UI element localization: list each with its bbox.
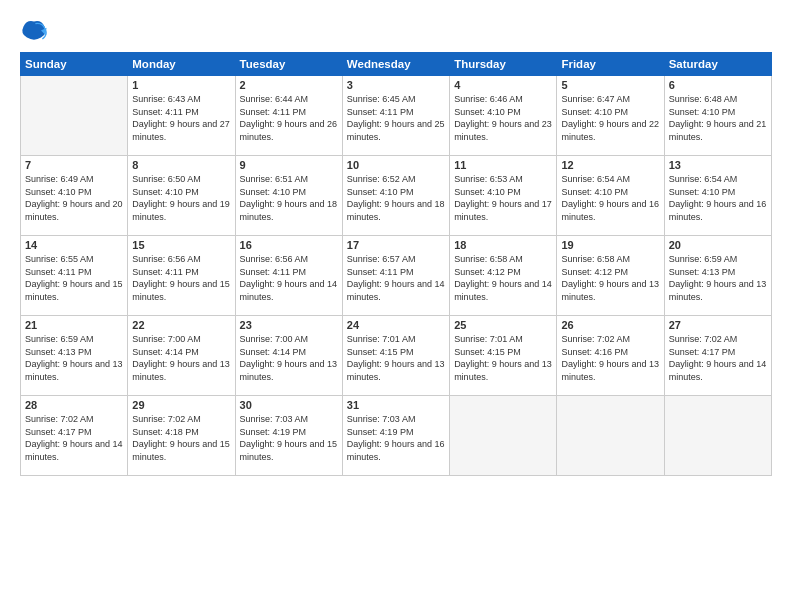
calendar-cell: 23Sunrise: 7:00 AMSunset: 4:14 PMDayligh… bbox=[235, 316, 342, 396]
day-info: Sunrise: 6:44 AMSunset: 4:11 PMDaylight:… bbox=[240, 93, 338, 143]
calendar-week-row: 7Sunrise: 6:49 AMSunset: 4:10 PMDaylight… bbox=[21, 156, 772, 236]
day-info: Sunrise: 6:54 AMSunset: 4:10 PMDaylight:… bbox=[669, 173, 767, 223]
day-info: Sunrise: 6:59 AMSunset: 4:13 PMDaylight:… bbox=[669, 253, 767, 303]
day-number: 16 bbox=[240, 239, 338, 251]
calendar-cell: 1Sunrise: 6:43 AMSunset: 4:11 PMDaylight… bbox=[128, 76, 235, 156]
calendar-cell: 12Sunrise: 6:54 AMSunset: 4:10 PMDayligh… bbox=[557, 156, 664, 236]
day-info: Sunrise: 6:45 AMSunset: 4:11 PMDaylight:… bbox=[347, 93, 445, 143]
day-number: 31 bbox=[347, 399, 445, 411]
calendar-cell: 15Sunrise: 6:56 AMSunset: 4:11 PMDayligh… bbox=[128, 236, 235, 316]
calendar-cell: 26Sunrise: 7:02 AMSunset: 4:16 PMDayligh… bbox=[557, 316, 664, 396]
calendar-cell: 5Sunrise: 6:47 AMSunset: 4:10 PMDaylight… bbox=[557, 76, 664, 156]
calendar-cell: 24Sunrise: 7:01 AMSunset: 4:15 PMDayligh… bbox=[342, 316, 449, 396]
day-info: Sunrise: 7:02 AMSunset: 4:18 PMDaylight:… bbox=[132, 413, 230, 463]
day-info: Sunrise: 6:57 AMSunset: 4:11 PMDaylight:… bbox=[347, 253, 445, 303]
day-number: 22 bbox=[132, 319, 230, 331]
day-info: Sunrise: 6:54 AMSunset: 4:10 PMDaylight:… bbox=[561, 173, 659, 223]
day-number: 13 bbox=[669, 159, 767, 171]
calendar-cell: 30Sunrise: 7:03 AMSunset: 4:19 PMDayligh… bbox=[235, 396, 342, 476]
calendar-cell: 21Sunrise: 6:59 AMSunset: 4:13 PMDayligh… bbox=[21, 316, 128, 396]
day-number: 19 bbox=[561, 239, 659, 251]
calendar-cell: 17Sunrise: 6:57 AMSunset: 4:11 PMDayligh… bbox=[342, 236, 449, 316]
calendar-table: SundayMondayTuesdayWednesdayThursdayFrid… bbox=[20, 52, 772, 476]
header bbox=[20, 18, 772, 46]
calendar-cell bbox=[21, 76, 128, 156]
calendar-header-wednesday: Wednesday bbox=[342, 53, 449, 76]
calendar-cell: 11Sunrise: 6:53 AMSunset: 4:10 PMDayligh… bbox=[450, 156, 557, 236]
day-info: Sunrise: 7:03 AMSunset: 4:19 PMDaylight:… bbox=[240, 413, 338, 463]
calendar-header-thursday: Thursday bbox=[450, 53, 557, 76]
calendar-cell: 27Sunrise: 7:02 AMSunset: 4:17 PMDayligh… bbox=[664, 316, 771, 396]
calendar-cell: 9Sunrise: 6:51 AMSunset: 4:10 PMDaylight… bbox=[235, 156, 342, 236]
day-info: Sunrise: 6:47 AMSunset: 4:10 PMDaylight:… bbox=[561, 93, 659, 143]
calendar-header-monday: Monday bbox=[128, 53, 235, 76]
day-info: Sunrise: 6:43 AMSunset: 4:11 PMDaylight:… bbox=[132, 93, 230, 143]
day-info: Sunrise: 7:02 AMSunset: 4:17 PMDaylight:… bbox=[669, 333, 767, 383]
day-info: Sunrise: 7:02 AMSunset: 4:17 PMDaylight:… bbox=[25, 413, 123, 463]
day-info: Sunrise: 7:01 AMSunset: 4:15 PMDaylight:… bbox=[347, 333, 445, 383]
calendar-cell: 4Sunrise: 6:46 AMSunset: 4:10 PMDaylight… bbox=[450, 76, 557, 156]
day-info: Sunrise: 6:55 AMSunset: 4:11 PMDaylight:… bbox=[25, 253, 123, 303]
day-info: Sunrise: 7:00 AMSunset: 4:14 PMDaylight:… bbox=[132, 333, 230, 383]
calendar-header-saturday: Saturday bbox=[664, 53, 771, 76]
day-info: Sunrise: 6:51 AMSunset: 4:10 PMDaylight:… bbox=[240, 173, 338, 223]
calendar-cell: 18Sunrise: 6:58 AMSunset: 4:12 PMDayligh… bbox=[450, 236, 557, 316]
day-number: 25 bbox=[454, 319, 552, 331]
day-number: 29 bbox=[132, 399, 230, 411]
calendar-cell: 16Sunrise: 6:56 AMSunset: 4:11 PMDayligh… bbox=[235, 236, 342, 316]
day-number: 26 bbox=[561, 319, 659, 331]
day-number: 28 bbox=[25, 399, 123, 411]
day-number: 18 bbox=[454, 239, 552, 251]
calendar-week-row: 28Sunrise: 7:02 AMSunset: 4:17 PMDayligh… bbox=[21, 396, 772, 476]
day-info: Sunrise: 6:46 AMSunset: 4:10 PMDaylight:… bbox=[454, 93, 552, 143]
day-number: 12 bbox=[561, 159, 659, 171]
page: SundayMondayTuesdayWednesdayThursdayFrid… bbox=[0, 0, 792, 612]
calendar-cell: 19Sunrise: 6:58 AMSunset: 4:12 PMDayligh… bbox=[557, 236, 664, 316]
day-number: 11 bbox=[454, 159, 552, 171]
day-info: Sunrise: 7:03 AMSunset: 4:19 PMDaylight:… bbox=[347, 413, 445, 463]
calendar-header-tuesday: Tuesday bbox=[235, 53, 342, 76]
day-info: Sunrise: 7:01 AMSunset: 4:15 PMDaylight:… bbox=[454, 333, 552, 383]
day-info: Sunrise: 7:00 AMSunset: 4:14 PMDaylight:… bbox=[240, 333, 338, 383]
day-number: 8 bbox=[132, 159, 230, 171]
logo-icon bbox=[20, 18, 48, 46]
logo bbox=[20, 18, 52, 46]
day-number: 3 bbox=[347, 79, 445, 91]
calendar-header-friday: Friday bbox=[557, 53, 664, 76]
calendar-cell: 22Sunrise: 7:00 AMSunset: 4:14 PMDayligh… bbox=[128, 316, 235, 396]
day-info: Sunrise: 6:52 AMSunset: 4:10 PMDaylight:… bbox=[347, 173, 445, 223]
calendar-week-row: 21Sunrise: 6:59 AMSunset: 4:13 PMDayligh… bbox=[21, 316, 772, 396]
day-number: 15 bbox=[132, 239, 230, 251]
day-info: Sunrise: 6:49 AMSunset: 4:10 PMDaylight:… bbox=[25, 173, 123, 223]
day-number: 17 bbox=[347, 239, 445, 251]
calendar-cell: 31Sunrise: 7:03 AMSunset: 4:19 PMDayligh… bbox=[342, 396, 449, 476]
calendar-cell: 20Sunrise: 6:59 AMSunset: 4:13 PMDayligh… bbox=[664, 236, 771, 316]
day-number: 21 bbox=[25, 319, 123, 331]
day-info: Sunrise: 6:56 AMSunset: 4:11 PMDaylight:… bbox=[240, 253, 338, 303]
day-info: Sunrise: 6:48 AMSunset: 4:10 PMDaylight:… bbox=[669, 93, 767, 143]
day-info: Sunrise: 6:56 AMSunset: 4:11 PMDaylight:… bbox=[132, 253, 230, 303]
day-number: 6 bbox=[669, 79, 767, 91]
day-info: Sunrise: 6:50 AMSunset: 4:10 PMDaylight:… bbox=[132, 173, 230, 223]
calendar-cell: 2Sunrise: 6:44 AMSunset: 4:11 PMDaylight… bbox=[235, 76, 342, 156]
day-number: 23 bbox=[240, 319, 338, 331]
calendar-cell: 7Sunrise: 6:49 AMSunset: 4:10 PMDaylight… bbox=[21, 156, 128, 236]
calendar-cell: 10Sunrise: 6:52 AMSunset: 4:10 PMDayligh… bbox=[342, 156, 449, 236]
calendar-header-sunday: Sunday bbox=[21, 53, 128, 76]
day-number: 7 bbox=[25, 159, 123, 171]
calendar-cell: 28Sunrise: 7:02 AMSunset: 4:17 PMDayligh… bbox=[21, 396, 128, 476]
calendar-cell: 6Sunrise: 6:48 AMSunset: 4:10 PMDaylight… bbox=[664, 76, 771, 156]
day-info: Sunrise: 7:02 AMSunset: 4:16 PMDaylight:… bbox=[561, 333, 659, 383]
day-number: 10 bbox=[347, 159, 445, 171]
calendar-cell: 13Sunrise: 6:54 AMSunset: 4:10 PMDayligh… bbox=[664, 156, 771, 236]
calendar-cell: 3Sunrise: 6:45 AMSunset: 4:11 PMDaylight… bbox=[342, 76, 449, 156]
day-number: 2 bbox=[240, 79, 338, 91]
calendar-cell bbox=[664, 396, 771, 476]
calendar-cell: 14Sunrise: 6:55 AMSunset: 4:11 PMDayligh… bbox=[21, 236, 128, 316]
day-number: 9 bbox=[240, 159, 338, 171]
day-number: 1 bbox=[132, 79, 230, 91]
calendar-cell bbox=[450, 396, 557, 476]
calendar-week-row: 14Sunrise: 6:55 AMSunset: 4:11 PMDayligh… bbox=[21, 236, 772, 316]
day-number: 27 bbox=[669, 319, 767, 331]
day-info: Sunrise: 6:59 AMSunset: 4:13 PMDaylight:… bbox=[25, 333, 123, 383]
